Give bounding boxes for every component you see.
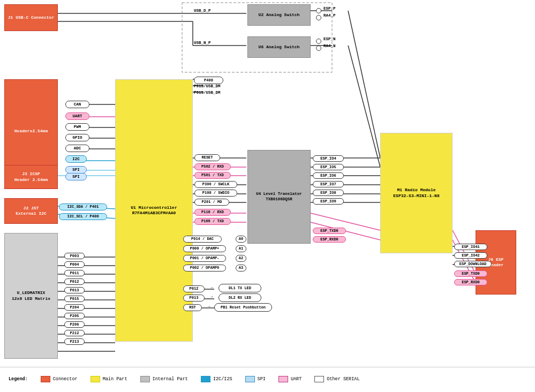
legend-bar: Legend: Connector Main Part Internal Par… xyxy=(0,367,535,390)
p213-pill: P213 xyxy=(64,338,85,345)
usb-np-label: USB_N_P xyxy=(194,41,211,45)
j3-label: J3 ICSPHeader 2.54mm xyxy=(14,171,48,183)
esp-rxd0-j6-pill: ESP_RXD0 xyxy=(454,279,487,285)
esp-txd0-pill-u4: ESP_TXD0 xyxy=(313,228,346,234)
usb-dp-label: USB_D_P xyxy=(194,9,211,13)
esp-io7-pill: ESP_IO7 xyxy=(313,181,344,187)
u4-label: U4 Level TranslatorTXB0108DQSR xyxy=(256,192,302,202)
dl2-arrow: → xyxy=(210,295,213,299)
gpio-pill: GPIO xyxy=(65,134,89,141)
p206-pill: P206 xyxy=(64,321,85,328)
circle-esp-n xyxy=(316,39,321,44)
m1-radio-module: M1 Radio ModuleESP32-S3-MINI-1-N8 xyxy=(380,133,453,253)
main-part-label: Main Part xyxy=(103,376,127,382)
dl1-led-pill: DL1 TX LED xyxy=(218,284,261,292)
p205-pill: P205 xyxy=(64,313,85,319)
pb1-pill: PB1 Reset Pushbutton xyxy=(214,303,272,312)
i2c-swatch xyxy=(201,376,210,382)
main-part-swatch xyxy=(91,376,100,382)
p012-pill: P012 xyxy=(64,278,85,285)
p915-dm2-label: P915/USB_DM xyxy=(194,91,221,95)
internal-part-swatch xyxy=(140,376,150,382)
j1-usb-connector: J1 USB-C Connector xyxy=(4,4,58,31)
p212-pill: P212 xyxy=(64,330,85,336)
a0-pill: A0 xyxy=(236,236,246,243)
dl2-led-pill: DL2 RX LED xyxy=(218,293,261,302)
legend-title: Legend: xyxy=(9,376,28,382)
i2c-label: I2C/I2S xyxy=(213,376,232,382)
j1-label: J1 USB-C Connector xyxy=(8,15,54,20)
a2-pill: A2 xyxy=(236,255,246,262)
esp-download-pill: ESP_DOWNLOAD xyxy=(454,261,492,267)
can-pill: CAN xyxy=(65,101,89,108)
p013-pill: P013 xyxy=(64,287,85,293)
p502-rxd-pill: P502 / RXD xyxy=(194,163,231,170)
p204-pill: P204 xyxy=(64,304,85,311)
u1-microcontroller: U1 MicrocontrollerR7FA4M1AB3CFM#AA0 xyxy=(115,79,193,342)
p110-rxd-pill: P110 / RXD xyxy=(194,209,231,216)
esp-io9-pill: ESP_IO9 xyxy=(313,198,344,205)
p915-dm1-label: P915/USB_DM xyxy=(194,84,221,88)
j3-icsp-block: J3 ICSPHeader 2.54mm xyxy=(4,165,58,189)
j2-jst-block: J2 JSTExternal I2C xyxy=(4,198,58,224)
u6-analog-switch: U6 Analog Switch xyxy=(247,36,311,58)
esp-io6-pill: ESP_IO6 xyxy=(313,172,344,179)
esp-rxd0-pill-u4: ESP_RXD0 xyxy=(313,236,346,243)
connector-swatch xyxy=(41,376,50,382)
dl1-label: → xyxy=(210,285,213,290)
legend-i2c: I2C/I2S xyxy=(201,376,232,382)
esp-io4-pill: ESP_IO4 xyxy=(313,155,344,162)
u1-label: U1 MicrocontrollerR7FA4M1AB3CFM#AA0 xyxy=(131,205,177,216)
p201-md-pill: P201 / MD xyxy=(194,199,229,206)
circle-ra4-p xyxy=(316,15,321,20)
p001-opampm-pill: P001 / OPAMP- xyxy=(183,255,226,262)
m1-label: M1 Radio ModuleESP32-S3-MINI-1-N8 xyxy=(393,187,439,199)
uart-label: UART xyxy=(291,376,302,382)
rst-pill: RST xyxy=(183,304,202,311)
legend-main-part: Main Part xyxy=(91,376,127,382)
spi-swatch xyxy=(245,376,255,382)
esp-io42-pill: ESP_IO42 xyxy=(454,252,487,259)
esp-io5-pill: ESP_IO5 xyxy=(313,164,344,170)
a3-pill: A3 xyxy=(236,265,246,272)
adc-pill: ADC xyxy=(65,145,89,152)
p011-pill: P011 xyxy=(64,270,85,276)
connector-label: Connector xyxy=(53,376,78,382)
ra4-p-label: RA4_P xyxy=(323,13,336,18)
i2c-sda-pill: I2C_SDA / P401 xyxy=(59,203,107,210)
uart-pill: UART xyxy=(65,112,89,120)
legend-connector: Connector xyxy=(41,376,78,382)
spi-pill-j3: SPI xyxy=(65,173,87,180)
p002-opamp0-pill: P002 / OPAMP0 xyxy=(183,265,226,272)
p501-txd-pill: P501 / TXD xyxy=(194,172,231,179)
other-serial-label: Other SERIAL xyxy=(327,376,359,382)
rst-arrow: → xyxy=(208,304,210,308)
u2-label: U2 Analog Switch xyxy=(259,12,300,18)
legend-other-serial: Other SERIAL xyxy=(314,376,359,382)
reset-pill: RESET xyxy=(194,154,220,161)
circle-ra4-n xyxy=(316,46,321,51)
circle-esp-p xyxy=(316,8,321,13)
spi-label: SPI xyxy=(258,376,266,382)
p012-dl1-pill: P012 xyxy=(183,285,205,292)
a1-pill: A1 xyxy=(236,245,246,252)
p004-pill: P004 xyxy=(64,261,85,268)
esp-io8-pill: ESP_IO8 xyxy=(313,190,344,196)
p109-txd-pill: P109 / TXD xyxy=(194,218,231,225)
spi-pill-headers: SPI xyxy=(65,166,87,174)
ra4-n-label: RA4_N xyxy=(323,44,336,48)
ledmatrix-block: U_LEDMATRIX12x8 LED Matrix xyxy=(4,233,58,359)
other-serial-swatch xyxy=(314,376,324,382)
pwm-pill: PWM xyxy=(65,123,89,131)
u6-label: U6 Analog Switch xyxy=(259,44,300,50)
p108-swdio-pill: P108 / SWDIO xyxy=(194,190,237,197)
headers-label: Headers2.54mm xyxy=(14,129,48,134)
legend-uart: UART xyxy=(278,376,302,382)
p015-pill: P015 xyxy=(64,296,85,302)
esp-p-label: ESP_P xyxy=(323,6,336,11)
j2-label: J2 JSTExternal I2C xyxy=(16,206,47,217)
legend-internal-part: Internal Part xyxy=(140,376,188,382)
esp-n-label: ESP_N xyxy=(323,37,336,41)
uart-swatch xyxy=(278,376,288,382)
p000-opamp-pill: P000 / OPAMP+ xyxy=(183,245,226,252)
